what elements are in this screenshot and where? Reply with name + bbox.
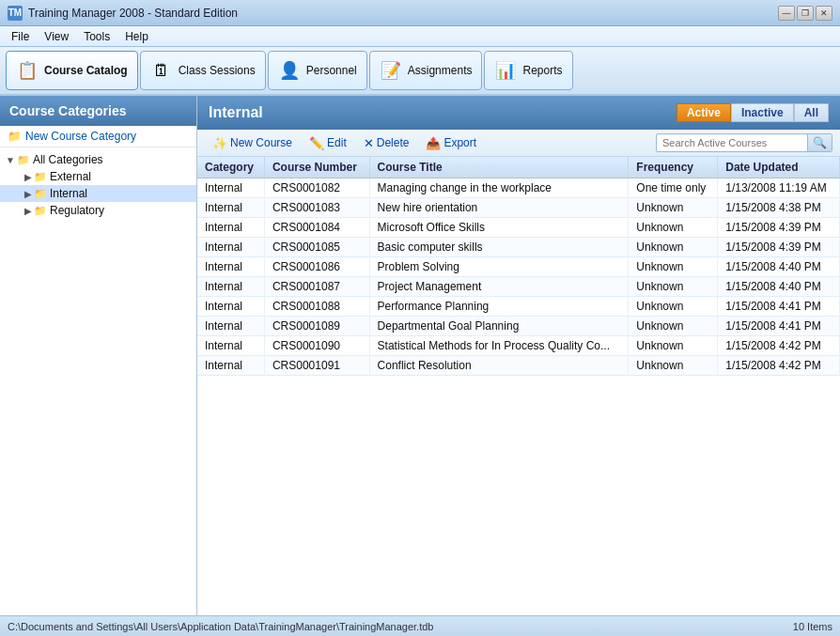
table-row[interactable]: Internal CRS0001088 Performance Planning… [197, 297, 840, 317]
toolbar: 📋 Course Catalog 🗓 Class Sessions 👤 Pers… [0, 47, 840, 96]
personnel-label: Personnel [306, 64, 357, 77]
cell-category: Internal [197, 238, 264, 257]
tree-item-internal[interactable]: ▶ 📁 Internal [0, 185, 196, 202]
cell-frequency: Unknown [629, 317, 718, 336]
new-category-label: New Course Category [25, 130, 136, 143]
filter-tab-inactive[interactable]: Inactive [731, 103, 794, 122]
status-path: C:\Documents and Settings\All Users\Appl… [8, 621, 433, 632]
menu-help[interactable]: Help [117, 28, 156, 45]
cell-category: Internal [197, 218, 264, 238]
col-title: Course Title [369, 157, 629, 178]
new-category-icon: 📁 [8, 130, 22, 143]
table-row[interactable]: Internal CRS0001090 Statistical Methods … [197, 336, 840, 356]
cell-number: CRS0001086 [264, 257, 369, 277]
restore-button[interactable]: ❐ [797, 6, 814, 21]
table-row[interactable]: Internal CRS0001083 New hire orientation… [197, 198, 840, 218]
filter-tab-all[interactable]: All [794, 103, 829, 122]
window-controls: — ❐ ✕ [778, 6, 832, 21]
cell-category: Internal [197, 317, 264, 336]
menu-bar: File View Tools Help [0, 26, 840, 47]
table-row[interactable]: Internal CRS0001082 Managing change in t… [197, 178, 840, 198]
cell-title: New hire orientation [369, 198, 629, 218]
action-bar: ✨ New Course ✏️ Edit ✕ Delete 📤 Export 🔍 [197, 130, 840, 157]
cell-frequency: Unknown [629, 277, 718, 297]
table-row[interactable]: Internal CRS0001085 Basic computer skill… [197, 238, 840, 257]
close-button[interactable]: ✕ [816, 6, 832, 21]
export-icon: 📤 [426, 136, 441, 150]
cell-frequency: Unknown [629, 198, 718, 218]
export-label: Export [443, 136, 476, 149]
filter-tab-active[interactable]: Active [677, 103, 731, 122]
cell-title: Performance Planning [369, 297, 629, 317]
toolbar-personnel[interactable]: 👤 Personnel [268, 51, 367, 90]
class-sessions-label: Class Sessions [179, 64, 256, 77]
toolbar-reports[interactable]: 📊 Reports [484, 51, 572, 90]
cell-number: CRS0001083 [264, 198, 369, 218]
cell-title: Managing change in the workplace [369, 178, 629, 198]
search-input[interactable] [657, 135, 807, 150]
new-category-button[interactable]: 📁 New Course Category [0, 126, 196, 147]
minimize-button[interactable]: — [778, 6, 795, 21]
folder-regulatory-icon: 📁 [34, 205, 47, 217]
cell-date: 1/15/2008 4:41 PM [718, 317, 840, 336]
new-course-button[interactable]: ✨ New Course [205, 134, 300, 152]
table-row[interactable]: Internal CRS0001091 Conflict Resolution … [197, 356, 840, 376]
assignments-label: Assignments [408, 64, 473, 77]
cell-frequency: Unknown [629, 336, 718, 356]
cell-title: Basic computer skills [369, 238, 629, 257]
edit-button[interactable]: ✏️ Edit [302, 134, 354, 152]
expand-external-icon: ▶ [24, 172, 32, 182]
table-row[interactable]: Internal CRS0001084 Microsoft Office Ski… [197, 218, 840, 238]
reports-label: Reports [522, 64, 562, 77]
export-button[interactable]: 📤 Export [418, 134, 484, 152]
menu-view[interactable]: View [37, 28, 76, 45]
cell-title: Departmental Goal Planning [369, 317, 629, 336]
search-button[interactable]: 🔍 [807, 134, 832, 151]
delete-label: Delete [377, 136, 410, 149]
table-row[interactable]: Internal CRS0001086 Problem Solving Unkn… [197, 257, 840, 277]
toolbar-assignments[interactable]: 📝 Assignments [369, 51, 483, 90]
expand-internal-icon: ▶ [24, 189, 32, 199]
cell-category: Internal [197, 178, 264, 198]
tree-item-regulatory[interactable]: ▶ 📁 Regulatory [0, 202, 196, 219]
cell-date: 1/15/2008 4:38 PM [718, 198, 840, 218]
menu-tools[interactable]: Tools [76, 28, 117, 45]
cell-frequency: Unknown [629, 297, 718, 317]
tree-item-all-categories[interactable]: ▼ 📁 All Categories [0, 151, 196, 168]
tree-item-external[interactable]: ▶ 📁 External [0, 168, 196, 185]
cell-category: Internal [197, 198, 264, 218]
status-count: 10 Items [793, 621, 832, 632]
edit-icon: ✏️ [309, 136, 324, 150]
tree-label-all: All Categories [33, 153, 103, 166]
toolbar-class-sessions[interactable]: 🗓 Class Sessions [140, 51, 266, 90]
cell-number: CRS0001091 [264, 356, 369, 376]
cell-number: CRS0001085 [264, 238, 369, 257]
cell-number: CRS0001087 [264, 277, 369, 297]
cell-frequency: Unknown [629, 238, 718, 257]
delete-icon: ✕ [364, 136, 374, 150]
cell-frequency: One time only [629, 178, 718, 198]
tree-label-external: External [50, 170, 91, 183]
cell-date: 1/15/2008 4:39 PM [718, 218, 840, 238]
delete-button[interactable]: ✕ Delete [356, 134, 417, 152]
cell-frequency: Unknown [629, 257, 718, 277]
course-catalog-icon: 📋 [16, 59, 39, 82]
table-row[interactable]: Internal CRS0001087 Project Management U… [197, 277, 840, 297]
menu-file[interactable]: File [4, 28, 37, 45]
tree-label-internal: Internal [50, 187, 87, 200]
folder-all-icon: 📁 [17, 154, 30, 166]
toolbar-course-catalog[interactable]: 📋 Course Catalog [6, 51, 138, 90]
content-header: Internal Active Inactive All [197, 96, 840, 130]
data-table: Category Course Number Course Title Freq… [197, 157, 840, 615]
table-body: Internal CRS0001082 Managing change in t… [197, 178, 840, 376]
cell-number: CRS0001090 [264, 336, 369, 356]
new-course-label: New Course [230, 136, 292, 149]
assignments-icon: 📝 [380, 59, 402, 82]
table-row[interactable]: Internal CRS0001089 Departmental Goal Pl… [197, 317, 840, 336]
cell-category: Internal [197, 257, 264, 277]
cell-date: 1/13/2008 11:19 AM [718, 178, 840, 198]
cell-title: Statistical Methods for In Process Quali… [369, 336, 629, 356]
cell-date: 1/15/2008 4:42 PM [718, 336, 840, 356]
cell-date: 1/15/2008 4:41 PM [718, 297, 840, 317]
cell-title: Microsoft Office Skills [369, 218, 629, 238]
